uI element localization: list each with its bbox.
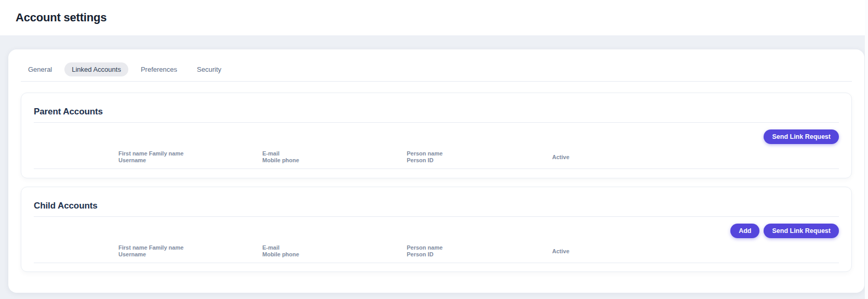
column-header-contact: E-mail Mobile phone xyxy=(262,150,407,164)
parent-accounts-table-header: First name Family name Username E-mail M… xyxy=(34,150,839,164)
child-accounts-actions: Add Send Link Request xyxy=(34,224,839,238)
table-divider xyxy=(34,168,839,169)
tab-preferences[interactable]: Preferences xyxy=(133,62,184,76)
column-header-contact: E-mail Mobile phone xyxy=(262,244,407,258)
child-accounts-title: Child Accounts xyxy=(34,201,839,211)
send-link-request-button[interactable]: Send Link Request xyxy=(764,224,839,238)
tabs-divider xyxy=(21,81,852,82)
scrollbar-track[interactable] xyxy=(865,0,868,299)
section-divider xyxy=(34,216,839,217)
add-button[interactable]: Add xyxy=(730,224,759,238)
tab-security[interactable]: Security xyxy=(190,62,229,76)
tab-bar: General Linked Accounts Preferences Secu… xyxy=(21,62,852,76)
avatar-column-spacer xyxy=(34,244,118,258)
child-accounts-section: Child Accounts Add Send Link Request Fir… xyxy=(21,187,852,272)
table-divider xyxy=(34,263,839,263)
child-accounts-table-header: First name Family name Username E-mail M… xyxy=(34,244,839,258)
send-link-request-button[interactable]: Send Link Request xyxy=(764,129,839,144)
avatar-column-spacer xyxy=(34,150,118,164)
section-divider xyxy=(34,122,839,123)
page-header: Account settings xyxy=(0,0,868,35)
screen: Account settings General Linked Accounts… xyxy=(0,0,868,299)
page-title: Account settings xyxy=(16,11,106,24)
column-header-active: Active xyxy=(552,154,839,161)
column-header-person: Person name Person ID xyxy=(407,244,552,258)
column-header-name: First name Family name Username xyxy=(118,244,262,258)
parent-accounts-actions: Send Link Request xyxy=(34,129,839,144)
account-settings-card: General Linked Accounts Preferences Secu… xyxy=(8,49,864,293)
column-header-person: Person name Person ID xyxy=(407,150,552,164)
parent-accounts-section: Parent Accounts Send Link Request First … xyxy=(21,93,852,178)
column-header-active: Active xyxy=(552,248,839,255)
column-header-name: First name Family name Username xyxy=(118,150,262,164)
parent-accounts-title: Parent Accounts xyxy=(34,107,839,117)
tab-linked-accounts[interactable]: Linked Accounts xyxy=(64,62,128,76)
tab-general[interactable]: General xyxy=(21,62,59,76)
